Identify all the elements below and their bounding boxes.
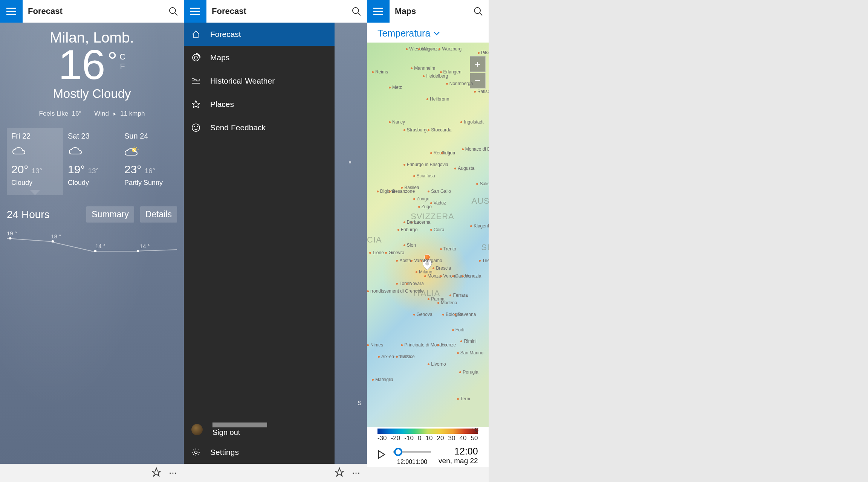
legend-tick: 50 xyxy=(471,435,478,442)
svg-point-21 xyxy=(194,126,195,127)
svg-point-22 xyxy=(197,126,198,127)
degree-symbol: ° xyxy=(108,47,118,75)
nav-item-maps[interactable]: Maps xyxy=(184,46,335,69)
city-label: Novara xyxy=(406,281,424,286)
svg-point-18 xyxy=(193,54,199,61)
svg-point-11 xyxy=(94,250,97,252)
selected-time: 12:00 ven, mag 22 xyxy=(439,446,478,465)
city-label: Mannheim xyxy=(411,66,435,71)
play-icon xyxy=(377,450,386,459)
nav-item-historical[interactable]: Historical Weather xyxy=(184,69,335,93)
hamburger-icon xyxy=(373,8,383,15)
bottom-bar: ⋯ xyxy=(184,464,367,482)
nav-item-forecast[interactable]: Forecast xyxy=(184,23,335,46)
chart-icon xyxy=(191,76,200,85)
city-label: Modena xyxy=(437,300,457,305)
tab-summary[interactable]: Summary xyxy=(86,206,134,223)
bottom-bar xyxy=(367,467,489,482)
search-button[interactable] xyxy=(163,0,184,23)
city-label: Basilea xyxy=(401,185,419,190)
nav-drawer: Forecast Maps Historical Weather Places … xyxy=(184,23,335,464)
favorite-button[interactable] xyxy=(335,467,344,479)
favorite-button[interactable] xyxy=(151,467,161,479)
temperature-legend: °C -30-20-1001020304050 xyxy=(367,427,489,442)
city-label: Vaduz xyxy=(430,200,446,206)
zoom-in-button[interactable]: + xyxy=(470,56,486,72)
city-label: Genova xyxy=(413,312,432,317)
city-label: Ingolstadt xyxy=(460,119,483,125)
map-content: Temperatura + − ReimsMetzNancyWiesbadenM… xyxy=(367,23,489,467)
country-label: SVIZZERA xyxy=(411,212,454,221)
city-label: Ravenna xyxy=(454,312,476,317)
day-card-sun[interactable]: Sun 24 23°16° Partly Sunny xyxy=(120,128,176,195)
search-button[interactable] xyxy=(346,0,367,23)
home-icon xyxy=(191,30,200,39)
city-label: Venezia xyxy=(462,273,481,279)
city-label: Wurzburg xyxy=(439,46,462,52)
svg-point-16 xyxy=(353,8,359,14)
city-label: Trieste xyxy=(479,258,489,263)
city-label: Nancy xyxy=(389,119,405,125)
unit-fahrenheit[interactable]: F xyxy=(119,62,125,72)
svg-line-28 xyxy=(480,13,482,15)
day-card-fri[interactable]: Fri 22 20°13° Cloudy xyxy=(7,128,63,195)
unit-celsius[interactable]: C xyxy=(119,52,125,62)
city-label: Bergamo xyxy=(420,258,442,263)
nav-item-feedback[interactable]: Send Feedback xyxy=(184,116,335,139)
partly-sunny-icon xyxy=(124,144,173,159)
city-label: Strasburgo xyxy=(403,127,429,133)
day-card-sat[interactable]: Sat 23 19°13° Cloudy xyxy=(63,128,120,195)
account-item[interactable]: Sign out xyxy=(184,419,335,441)
nav-item-places[interactable]: Places xyxy=(184,93,335,116)
city-label: Terni xyxy=(457,396,470,401)
city-label: Salisburgo xyxy=(476,181,488,186)
city-label: Marsiglia xyxy=(372,377,393,382)
more-button[interactable]: ⋯ xyxy=(352,468,361,478)
slider-thumb[interactable] xyxy=(394,448,402,456)
city-label: Lione xyxy=(369,250,384,255)
hamburger-button[interactable] xyxy=(184,0,206,23)
country-label: AUSTR xyxy=(471,196,488,206)
legend-tick: -10 xyxy=(404,435,414,442)
avatar xyxy=(191,424,203,435)
wind-arrow-icon xyxy=(112,112,117,116)
temperature-value: 16 xyxy=(58,44,105,86)
hamburger-button[interactable] xyxy=(367,0,390,23)
city-label: Pilsen xyxy=(478,50,489,55)
city-label: Monza xyxy=(424,273,441,279)
tab-details[interactable]: Details xyxy=(140,206,177,223)
page-title: Forecast xyxy=(206,6,346,16)
layer-dropdown[interactable]: Temperatura xyxy=(367,23,489,43)
appbar: Forecast xyxy=(0,0,184,23)
city-label: Magonza xyxy=(418,46,440,52)
hamburger-icon xyxy=(6,8,16,15)
search-button[interactable] xyxy=(468,0,489,23)
svg-point-10 xyxy=(52,240,54,243)
hamburger-button[interactable] xyxy=(0,0,23,23)
search-icon xyxy=(351,6,361,16)
city-label: San Gallo xyxy=(428,189,451,194)
map-canvas[interactable]: + − ReimsMetzNancyWiesbadenMagonzaWurzbu… xyxy=(367,43,489,427)
appbar: Maps xyxy=(367,0,489,23)
play-button[interactable] xyxy=(377,450,386,461)
daily-forecast-row: Fri 22 20°13° Cloudy Sat 23 19°13° Cloud… xyxy=(0,117,184,195)
slider-start-label: 12:00 xyxy=(397,459,412,465)
city-label: Sciaffusa xyxy=(413,173,435,178)
more-button[interactable]: ⋯ xyxy=(169,468,178,478)
wind: Wind 11 kmph xyxy=(94,110,145,117)
city-label: Zugo xyxy=(418,204,432,209)
svg-point-9 xyxy=(9,237,12,239)
cloud-icon xyxy=(11,144,60,159)
hours-title: 24 Hours xyxy=(7,209,80,221)
country-label: SLC xyxy=(481,243,488,252)
nav-item-settings[interactable]: Settings xyxy=(184,441,335,464)
search-icon xyxy=(168,6,178,16)
country-label: ITALIA xyxy=(413,288,440,298)
search-icon xyxy=(473,6,483,16)
time-slider[interactable] xyxy=(393,445,431,459)
star-icon xyxy=(191,100,200,109)
hourly-chart: 19 ° 18 ° 14 ° 14 ° xyxy=(7,228,177,258)
legend-tick: 0 xyxy=(418,435,421,442)
legend-tick: 20 xyxy=(437,435,444,442)
city-label: Friburgo in Brisgovia xyxy=(403,162,448,167)
